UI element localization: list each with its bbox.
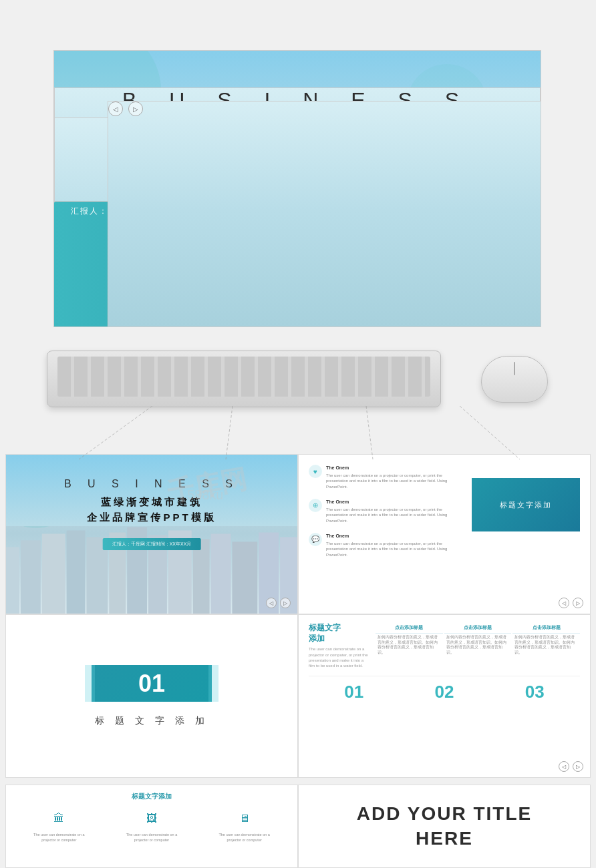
keyboard-image (47, 351, 441, 407)
slide-number: 01 标 题 文 字 添 加 (5, 614, 298, 778)
table-desc: The user can demonstrate on a projector … (309, 646, 369, 669)
mini-prev-btn[interactable]: ◁ (266, 598, 277, 608)
svg-line-30 (366, 406, 373, 459)
add-title-content: ADD YOUR TITLE HERE (357, 802, 532, 851)
right-box-label: 标题文字添加 (500, 500, 552, 510)
table-prev-btn[interactable]: ◁ (559, 761, 569, 772)
icons-slide-title: 标题文字添加 (13, 792, 291, 801)
table-slide-nav: ◁ ▷ (559, 761, 583, 772)
list-text-3: The Onem The user can demonstrate on a p… (326, 533, 458, 558)
slides-grid: B U S I N E S S 蓝绿渐变城市建筑 企业品牌宣传PPT模版 汇报人… (5, 454, 591, 778)
slide-table: 标题文字 添加 The user can demonstrate on a pr… (298, 614, 591, 778)
list-slide-nav: ◁ ▷ (559, 598, 583, 608)
list-prev-btn[interactable]: ◁ (559, 598, 569, 608)
icon-3-symbol: 🖥 (231, 807, 258, 830)
table-top: 标题文字 添加 The user can demonstrate on a pr… (309, 623, 580, 669)
list-item-1: ♥ The Onem The user can demonstrate on a… (309, 465, 458, 489)
list-text-1: The Onem The user can demonstrate on a p… (326, 465, 458, 489)
icon-2-label: The user can demonstrate on a projector … (125, 833, 178, 843)
mini-title-2: 企业品牌宣传PPT模版 (87, 511, 216, 523)
slide-list-right-box: 标题文字添加 (472, 478, 580, 531)
svg-rect-35 (67, 531, 86, 614)
main-slide: B U S I N E S S 蓝 绿 渐 变 城 市 建 筑 企业品牌宣传PP… (53, 50, 541, 327)
icon-1-label: The user can demonstrate on a projector … (32, 833, 86, 843)
mini-business-label: B U S I N E S S (6, 478, 297, 490)
number-badge: 01 (92, 665, 212, 702)
svg-rect-43 (232, 541, 257, 614)
number-value: 01 (138, 670, 165, 698)
add-title-line1: ADD YOUR TITLE (357, 802, 532, 826)
table-next-btn[interactable]: ▷ (573, 761, 583, 772)
list-items-section: ♥ The Onem The user can demonstrate on a… (309, 465, 458, 567)
prev-slide-button[interactable]: ◁ (108, 101, 123, 116)
accessories-area (47, 347, 548, 411)
bottom-num-3: 03 (525, 682, 545, 702)
list-next-btn[interactable]: ▷ (573, 598, 583, 608)
svg-line-28 (79, 406, 152, 459)
icon-1-symbol: 🏛 (45, 807, 72, 830)
col2-header: 点击添加标题 如何内容分析语言的意义，形成语言的意义，形成语言知识。如何内容分析… (444, 623, 512, 669)
svg-rect-32 (6, 547, 19, 614)
icon-2-symbol: 🖼 (138, 807, 165, 830)
mini-next-btn[interactable]: ▷ (280, 598, 291, 608)
slide-icons: 标题文字添加 🏛 The user can demonstrate on a p… (5, 785, 298, 868)
svg-line-31 (460, 406, 520, 459)
svg-rect-34 (42, 534, 65, 614)
mini-subtitle: 汇报人：千库网 汇报时间：XX年XX月 (103, 538, 201, 550)
table-title: 标题文字 添加 (309, 623, 369, 644)
slide-cover-mini: B U S I N E S S 蓝绿渐变城市建筑 企业品牌宣传PPT模版 汇报人… (5, 454, 298, 614)
bottom-num-2: 02 (435, 682, 454, 702)
list-icon-1: ♥ (309, 465, 322, 478)
list-icon-3: 💬 (309, 533, 322, 546)
col3-header: 点击添加标题 如何内容分析语言的意义，形成语言的意义，形成语言知识。如何内容分析… (512, 623, 580, 669)
next-slide-button[interactable]: ▷ (128, 101, 143, 116)
svg-line-29 (226, 406, 233, 459)
bottom-num-1: 01 (344, 682, 363, 702)
slide-list: ♥ The Onem The user can demonstrate on a… (298, 454, 591, 614)
list-text-2: The Onem The user can demonstrate on a p… (326, 499, 458, 523)
bottom-row: 标题文字添加 🏛 The user can demonstrate on a p… (5, 785, 591, 868)
table-content-grid: 点击添加标题 如何内容分析语言的意义，形成语言的意义，形成语言知识。如何内容分析… (376, 623, 580, 669)
connector-lines (5, 406, 591, 459)
list-item-2: ⊕ The Onem The user can demonstrate on a… (309, 499, 458, 523)
main-nav-controls: ◁ ▷ (108, 101, 541, 327)
table-title-text: 标题文字 添加 (309, 623, 341, 643)
col1-header: 点击添加标题 如何内容分析语言的意义，形成语言的意义，形成语言知识。如何内容分析… (376, 623, 443, 669)
number-caption: 标 题 文 字 添 加 (95, 715, 208, 727)
icon-3-label: The user can demonstrate on a projector … (218, 833, 271, 843)
svg-rect-42 (211, 534, 231, 614)
mouse-image (481, 356, 548, 403)
slide-add-title: ADD YOUR TITLE HERE (298, 785, 591, 868)
mini-title-1: 蓝绿渐变城市建筑 (101, 496, 202, 507)
icons-row: 🏛 The user can demonstrate on a projecto… (13, 807, 291, 843)
svg-rect-41 (193, 539, 210, 614)
svg-rect-33 (21, 541, 41, 614)
bottom-numbers: 01 02 03 (309, 676, 580, 702)
icon-card-2: 🖼 The user can demonstrate on a projecto… (125, 807, 178, 843)
list-item-3: 💬 The Onem The user can demonstrate on a… (309, 533, 458, 558)
icon-card-3: 🖥 The user can demonstrate on a projecto… (218, 807, 271, 843)
icon-card-1: 🏛 The user can demonstrate on a projecto… (32, 807, 86, 843)
mini-title: 蓝绿渐变城市建筑 企业品牌宣传PPT模版 (6, 495, 297, 525)
mini-nav: ◁ ▷ (266, 598, 291, 608)
table-title-block: 标题文字 添加 The user can demonstrate on a pr… (309, 623, 369, 669)
add-title-line2: HERE (357, 827, 532, 851)
list-icon-2: ⊕ (309, 499, 322, 512)
